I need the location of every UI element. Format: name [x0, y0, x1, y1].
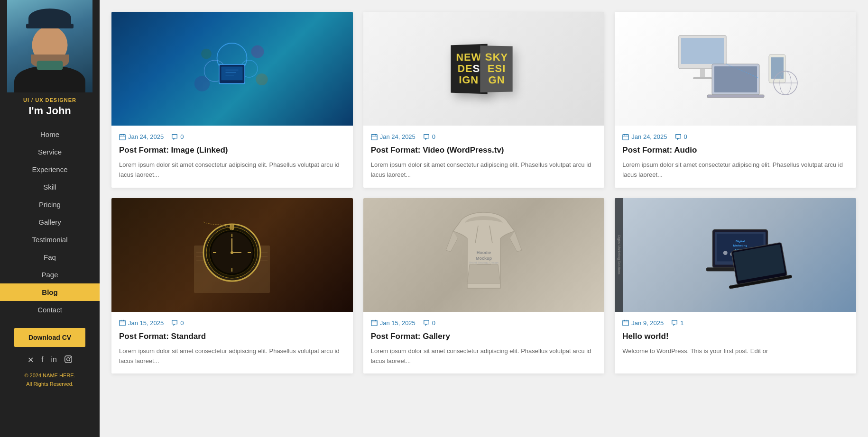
- svg-rect-16: [371, 134, 377, 139]
- post-title-2[interactable]: Post Format: Video (WordPress.tv): [371, 145, 597, 155]
- post-meta-3: Jan 24, 2025 0: [622, 133, 849, 140]
- post-comments-count-5: 0: [432, 319, 435, 327]
- svg-rect-78: [623, 320, 628, 326]
- sidebar-item-contact[interactable]: Contact: [0, 301, 100, 319]
- blog-card-5: Hoodie Mockup Brand Strategy, Design Jan…: [363, 198, 605, 374]
- post-date-text-1: Jan 24, 2025: [128, 133, 164, 140]
- post-date-6: Jan 9, 2025: [622, 319, 664, 327]
- post-image-6: Digital Marketing Solutions Digital Mark…: [615, 198, 856, 312]
- post-meta-4: Jan 15, 2025 0: [119, 319, 345, 327]
- instagram-icon[interactable]: [65, 355, 72, 365]
- sidebar-item-testimonial[interactable]: Testimonial: [0, 231, 100, 248]
- post-body-4: Jan 15, 2025 0 Post Format: Standard Lor…: [111, 312, 353, 374]
- post-meta-2: Jan 24, 2025 0: [371, 133, 597, 140]
- svg-point-51: [231, 251, 233, 254]
- blog-grid: Jan 24, 2025 0 Post Format: Image (Linke…: [111, 12, 856, 373]
- post-title-4[interactable]: Post Format: Standard: [119, 331, 345, 342]
- post-body-3: Jan 24, 2025 0 Post Format: Audio Lorem …: [615, 126, 856, 188]
- svg-text:Hoodie: Hoodie: [477, 250, 491, 255]
- svg-rect-52: [230, 224, 234, 230]
- post-comments-2: 0: [423, 133, 435, 140]
- post-image-2: NEWDESIGN SKYESIGN: [363, 12, 605, 126]
- post-comments-3: 0: [675, 133, 687, 140]
- svg-rect-22: [700, 69, 705, 78]
- post-date-text-3: Jan 24, 2025: [631, 133, 667, 140]
- sidebar-item-gallery[interactable]: Gallery: [0, 213, 100, 231]
- copyright-text: © 2024 NAME HERE. All Rights Reserved.: [24, 372, 75, 388]
- svg-rect-28: [771, 57, 784, 79]
- sidebar-navigation: Home Service Experience Skill Pricing Ga…: [0, 126, 100, 319]
- post-image-5: Hoodie Mockup Brand Strategy, Design: [363, 198, 605, 312]
- post-image-3: [615, 12, 856, 126]
- svg-rect-53: [120, 320, 125, 326]
- svg-point-9: [251, 46, 264, 58]
- post-meta-6: Jan 9, 2025 1: [622, 319, 849, 327]
- blog-card-1: Jan 24, 2025 0 Post Format: Image (Linke…: [111, 12, 353, 188]
- post-image-1: [111, 12, 353, 126]
- post-meta-5: Jan 15, 2025 0: [371, 319, 597, 327]
- post-comments-count-4: 0: [180, 319, 184, 327]
- post-title-1[interactable]: Post Format: Image (Linked): [119, 145, 345, 155]
- post-body-5: Jan 15, 2025 0 Post Format: Gallery Lore…: [363, 312, 605, 374]
- svg-text:Mockup: Mockup: [476, 256, 492, 261]
- sidebar: UI / UX DESIGNER I'm John Home Service E…: [0, 0, 100, 437]
- svg-point-11: [256, 73, 268, 85]
- svg-text:Marketing: Marketing: [733, 244, 747, 247]
- blog-card-4: Jan 15, 2025 0 Post Format: Standard Lor…: [111, 198, 353, 374]
- post-comments-count-1: 0: [180, 133, 184, 140]
- sidebar-item-faq[interactable]: Faq: [0, 248, 100, 266]
- download-cv-button[interactable]: Download CV: [14, 328, 85, 347]
- post-date-4: Jan 15, 2025: [119, 319, 164, 327]
- post-date-1: Jan 24, 2025: [119, 133, 164, 140]
- sidebar-item-home[interactable]: Home: [0, 126, 100, 143]
- post-body-2: Jan 24, 2025 0 Post Format: Video (WordP…: [363, 126, 605, 188]
- avatar: [7, 0, 92, 92]
- blog-card-6: Digital Marketing Solutions Digital Mark…: [615, 198, 856, 374]
- post-excerpt-3: Lorem ipsum dolor sit amet consectetur a…: [622, 160, 849, 180]
- post-date-5: Jan 15, 2025: [371, 319, 416, 327]
- sidebar-item-experience[interactable]: Experience: [0, 161, 100, 178]
- svg-rect-62: [371, 320, 377, 326]
- post-meta-1: Jan 24, 2025 0: [119, 133, 345, 140]
- sidebar-role: UI / UX DESIGNER: [23, 97, 76, 103]
- svg-rect-26: [707, 95, 764, 98]
- svg-rect-33: [623, 134, 628, 139]
- svg-point-8: [202, 49, 212, 59]
- twitter-icon[interactable]: ✕: [28, 355, 34, 365]
- linkedin-icon[interactable]: in: [51, 355, 57, 365]
- sidebar-item-service[interactable]: Service: [0, 143, 100, 161]
- svg-rect-25: [714, 66, 757, 92]
- post-excerpt-4: Lorem ipsum dolor sit amet consectetur a…: [119, 346, 345, 366]
- svg-rect-12: [120, 134, 125, 139]
- post-comments-6: 1: [671, 319, 683, 327]
- svg-rect-4: [222, 67, 243, 81]
- blog-card-2: NEWDESIGN SKYESIGN Jan 24, 2025 0: [363, 12, 605, 188]
- svg-point-72: [723, 251, 727, 255]
- sidebar-name: I'm John: [28, 105, 71, 117]
- social-icons-group: ✕ f in: [28, 355, 72, 365]
- post-image-4: [111, 198, 353, 312]
- svg-text:Brand Strategy, Design: Brand Strategy, Design: [469, 261, 499, 264]
- post-body-6: Jan 9, 2025 1 Hello world! Welcome to Wo…: [615, 312, 856, 364]
- facebook-icon[interactable]: f: [41, 355, 43, 365]
- post-comments-4: 0: [171, 319, 184, 327]
- sidebar-item-skill[interactable]: Skill: [0, 178, 100, 196]
- post-comments-count-3: 0: [684, 133, 687, 140]
- post-excerpt-1: Lorem ipsum dolor sit amet consectetur a…: [119, 160, 345, 180]
- post-date-text-4: Jan 15, 2025: [128, 319, 164, 327]
- post-excerpt-5: Lorem ipsum dolor sit amet consectetur a…: [371, 346, 597, 366]
- main-content: Jan 24, 2025 0 Post Format: Image (Linke…: [100, 0, 868, 437]
- sidebar-item-pricing[interactable]: Pricing: [0, 196, 100, 213]
- svg-point-10: [194, 76, 210, 91]
- post-title-6[interactable]: Hello world!: [622, 331, 849, 342]
- post-date-3: Jan 24, 2025: [622, 133, 667, 140]
- post-comments-count-2: 0: [432, 133, 435, 140]
- post-body-1: Jan 24, 2025 0 Post Format: Image (Linke…: [111, 126, 353, 188]
- post-comments-5: 0: [423, 319, 435, 327]
- post-date-text-5: Jan 15, 2025: [380, 319, 416, 327]
- post-date-2: Jan 24, 2025: [371, 133, 416, 140]
- sidebar-item-page[interactable]: Page: [0, 266, 100, 283]
- post-title-3[interactable]: Post Format: Audio: [622, 145, 849, 155]
- sidebar-item-blog[interactable]: Blog: [0, 283, 100, 301]
- post-title-5[interactable]: Post Format: Gallery: [371, 331, 597, 342]
